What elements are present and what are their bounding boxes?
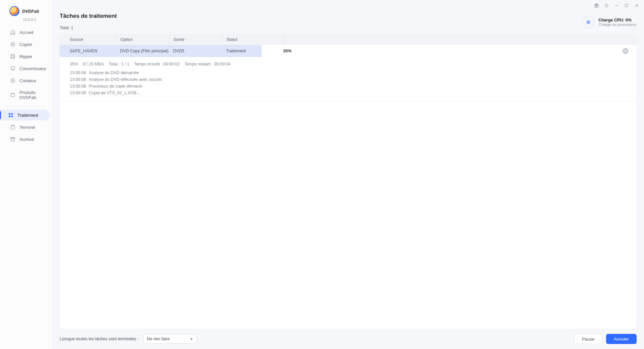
stat-total: Total : 1 / 1	[109, 62, 129, 66]
log-line: 13:00:06 Analyse du DVD effectuée avec s…	[70, 77, 627, 82]
app-logo-icon	[9, 6, 19, 16]
sidebar-item-label: Convertisseur	[19, 66, 46, 71]
svg-rect-12	[11, 138, 14, 141]
sidebar-item-produits[interactable]: Produits DVDFab	[2, 87, 50, 103]
copy-icon	[10, 42, 15, 47]
col-sortie: Sortie	[170, 34, 223, 45]
converter-icon	[10, 66, 15, 71]
svg-rect-15	[625, 4, 628, 7]
page-header-left: Tâches de traitement Total: 1	[60, 13, 117, 30]
products-icon	[10, 92, 15, 98]
svg-rect-7	[11, 113, 13, 115]
col-source: Source	[60, 37, 117, 42]
log-time: 13:00:06	[70, 91, 86, 95]
close-icon[interactable]	[634, 3, 639, 8]
cancel-button[interactable]: Annuler	[606, 334, 637, 344]
footer: Lorsque toutes les tâches sont terminées…	[52, 329, 644, 349]
sidebar-item-copier[interactable]: Copier	[2, 39, 50, 50]
stat-speed: 67.15 MB/s	[83, 62, 104, 66]
sidebar-item-label: Terminé	[19, 125, 35, 130]
sidebar-item-convertisseur[interactable]: Convertisseur	[2, 63, 50, 74]
gift-icon[interactable]	[594, 3, 599, 8]
log-time: 13:00:06	[70, 70, 86, 75]
svg-rect-6	[9, 113, 10, 115]
svg-rect-2	[11, 54, 15, 58]
svg-point-0	[11, 42, 15, 46]
col-option: Option	[117, 34, 170, 45]
app-version: 13.0.0.2	[0, 17, 52, 21]
svg-rect-16	[587, 21, 590, 23]
log-line: 13:00:06 Copie de VTS_02_1.VOB...	[70, 91, 627, 95]
task-details: 35% 67.15 MB/s Total : 1 / 1 Temps écoul…	[60, 57, 637, 102]
log-line: 13:00:06 Analyse du DVD démarrée	[70, 70, 627, 75]
chevron-down-icon: ▼	[190, 337, 193, 341]
table-header: Source Option Sortie Statut	[60, 34, 637, 45]
when-done-label: Lorsque toutes les tâches sont terminées…	[60, 337, 139, 341]
cpu-block: Charge CPU: 0% Charge du processeur	[582, 16, 637, 28]
cpu-icon	[582, 16, 594, 28]
cpu-title: Charge CPU: 0%	[598, 18, 637, 22]
sidebar-item-label: Créateur	[19, 78, 37, 83]
cpu-text: Charge CPU: 0% Charge du processeur	[598, 18, 637, 27]
minimize-icon[interactable]	[614, 3, 619, 8]
when-done-select-wrap: Ne rien faire ▼	[143, 334, 197, 344]
cpu-subtitle: Charge du processeur	[598, 22, 637, 27]
total-label: Total:	[60, 26, 70, 30]
sidebar-item-ripper[interactable]: Ripper	[2, 51, 50, 62]
log-msg: Analyse du DVD effectuée avec succès	[89, 77, 162, 82]
svg-rect-8	[9, 115, 10, 117]
ripper-icon	[10, 54, 15, 59]
log-msg: Analyse du DVD démarrée	[89, 70, 139, 75]
svg-rect-5	[11, 94, 15, 97]
stats-line: 35% 67.15 MB/s Total : 1 / 1 Temps écoul…	[70, 62, 627, 66]
sidebar: DVDFab 13.0.0.2 Accueil Copier Ripper Co…	[0, 0, 52, 349]
svg-rect-3	[11, 67, 15, 69]
stat-percent: 35%	[70, 62, 78, 66]
maximize-icon[interactable]	[624, 3, 629, 8]
pause-button[interactable]: Pause	[574, 334, 602, 344]
titlebar	[52, 0, 644, 11]
log-time: 13:00:06	[70, 84, 86, 89]
table-row[interactable]: SAFE_HAVEN DVD Copy (Film principal) DVD…	[60, 45, 637, 57]
svg-rect-17	[588, 21, 589, 23]
cell-percent: 35%	[283, 49, 303, 53]
sidebar-divider	[6, 106, 46, 106]
svg-rect-9	[11, 115, 13, 117]
sidebar-item-label: Produits DVDFab	[19, 90, 46, 100]
sidebar-item-archive[interactable]: Archivé	[2, 134, 50, 145]
cell-source: SAFE_HAVEN	[60, 49, 117, 53]
when-done-select[interactable]: Ne rien faire ▼	[143, 334, 197, 344]
sidebar-item-label: Archivé	[19, 137, 34, 142]
sidebar-item-accueil[interactable]: Accueil	[2, 27, 50, 38]
total-line: Total: 1	[60, 26, 117, 30]
cell-statut: Traitement	[223, 49, 283, 53]
log-msg: Copie de VTS_02_1.VOB...	[89, 91, 140, 95]
sidebar-item-label: Ripper	[19, 54, 32, 59]
col-statut: Statut	[223, 34, 283, 45]
stat-elapsed: Temps écoulé : 00:00:02	[134, 62, 179, 66]
tasks-panel: Source Option Sortie Statut SAFE_HAVEN D…	[60, 34, 637, 329]
sidebar-item-label: Accueil	[19, 30, 34, 35]
log-time: 13:00:06	[70, 77, 86, 82]
total-value: 1	[71, 26, 73, 30]
processing-icon	[8, 112, 13, 118]
sidebar-item-createur[interactable]: Créateur	[2, 75, 50, 86]
app-name: DVDFab	[22, 9, 39, 14]
when-done-value: Ne rien faire	[147, 337, 170, 341]
archived-icon	[10, 137, 15, 142]
page-header-row: Tâches de traitement Total: 1 Charge CPU…	[60, 13, 637, 30]
cell-option: DVD Copy (Film principal)	[117, 49, 170, 53]
log-line: 13:00:06 Processus de copie démarré	[70, 84, 627, 89]
content: Tâches de traitement Total: 1 Charge CPU…	[52, 11, 644, 329]
row-cancel-button[interactable]	[623, 48, 629, 54]
stat-remaining: Temps restant : 00:00:04	[184, 62, 231, 66]
sidebar-item-traitement[interactable]: Traitement	[0, 110, 50, 120]
menu-icon[interactable]	[604, 3, 609, 8]
main-area: Tâches de traitement Total: 1 Charge CPU…	[52, 0, 644, 349]
svg-point-1	[12, 44, 13, 45]
sidebar-item-label: Traitement	[17, 113, 38, 118]
finished-icon	[10, 124, 15, 130]
sidebar-item-termine[interactable]: Terminé	[2, 122, 50, 133]
cell-sortie: DVD5	[170, 49, 223, 53]
col-rest	[283, 34, 637, 45]
